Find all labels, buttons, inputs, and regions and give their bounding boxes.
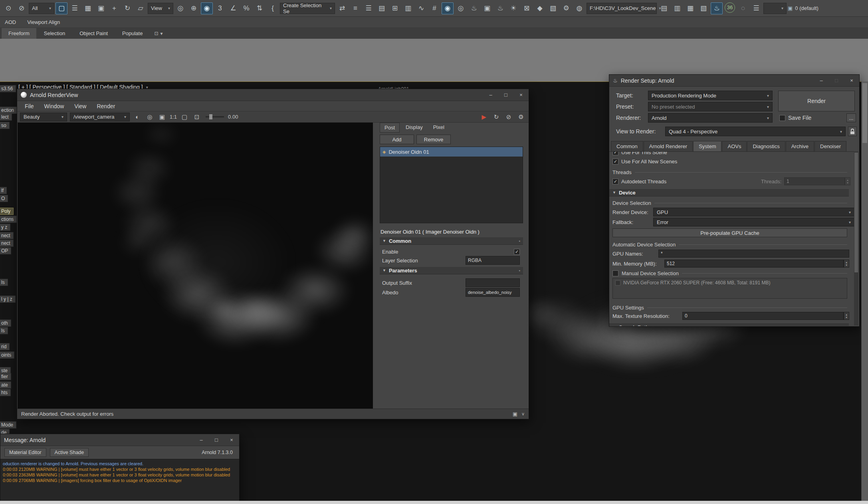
exposure-slider[interactable] (206, 116, 224, 117)
renderer-dropdown[interactable]: Arnold ▾ (648, 113, 773, 123)
aov-dropdown[interactable]: Beauty ▾ (20, 113, 67, 121)
gpu-names-input[interactable] (658, 250, 849, 258)
viewport-left-label[interactable]: s3.56 (0, 85, 16, 92)
spinner-snap-icon[interactable]: ⇅ (254, 2, 266, 14)
render-setup-icon[interactable]: ♨ (468, 2, 480, 14)
layer-manager-icon[interactable]: ▤ (376, 2, 388, 14)
viewport-left-label[interactable]: nect (0, 240, 14, 247)
renderview-panel-tab[interactable]: Display (401, 123, 427, 133)
pivot-icon[interactable]: ◆ (534, 2, 546, 14)
render-production-icon[interactable]: ♨ (494, 2, 506, 14)
ribbon-toggle-icon[interactable]: ▥ (402, 2, 414, 14)
refresh-render-icon[interactable]: ↻ (491, 113, 501, 121)
reference-coordinate-dropdown[interactable]: View ▾ (148, 3, 173, 14)
enable-checkbox[interactable]: ✓ (514, 249, 520, 255)
renderview-settings-icon[interactable]: ⚙ (516, 113, 526, 121)
render-setup-titlebar[interactable]: ♨ Render Setup: Arnold – □ × (609, 75, 859, 87)
scene-explorer-icon[interactable]: ⊞ (389, 2, 401, 14)
uv-editor-icon[interactable]: ▧ (547, 2, 559, 14)
rollout-menu-icon[interactable]: ▪ (519, 239, 520, 243)
viewport-left-label[interactable]: l y | z (0, 296, 16, 303)
menu-item[interactable]: View (69, 103, 91, 109)
schematic-view-icon[interactable]: # (428, 2, 440, 14)
viewport-left-label[interactable]: oth (0, 319, 11, 327)
layer-selection-input[interactable] (466, 256, 520, 265)
save-file-checkbox[interactable] (779, 115, 785, 121)
threads-spinner[interactable]: ▴ ▾ (845, 177, 850, 185)
gpu-device-item[interactable]: NVIDIA GeForce RTX 2060 SUPER (Free: 460… (615, 280, 844, 286)
render-setup-tab[interactable]: AOVs (722, 141, 747, 151)
viewport-left-label[interactable]: nect (0, 232, 14, 239)
minimize-button[interactable]: – (483, 89, 498, 101)
image-icon[interactable]: ▣ (513, 411, 517, 417)
max-texture-spinner[interactable]: ▴ ▾ (844, 312, 849, 320)
rollout-menu-icon[interactable]: ▪ (844, 325, 846, 326)
render-button[interactable]: Render (778, 91, 855, 111)
default-layer-indicator[interactable]: ▣ 0 (default) (788, 5, 818, 11)
quick-access-item[interactable]: Viewport Align (27, 19, 60, 25)
maximize-button[interactable]: □ (829, 75, 844, 86)
layer-add-icon[interactable]: ▥ (671, 2, 683, 14)
render-setup-tab[interactable]: Arnold Renderer (644, 141, 693, 151)
select-and-scale-icon[interactable]: ▱ (135, 2, 147, 14)
target-dropdown[interactable]: Production Rendering Mode ▾ (648, 91, 773, 100)
more-options-button[interactable]: ... (846, 113, 856, 122)
viewport-left-label[interactable]: hts (0, 389, 11, 396)
search-paths-rollout[interactable]: ► Search Paths ▪ (609, 323, 849, 326)
ribbon-tab[interactable]: Freeform (2, 28, 36, 39)
viewport-left-label[interactable]: Mode (0, 421, 16, 429)
named-selection-dropdown[interactable]: Create Selection Se ▾ (280, 3, 335, 14)
right-scrollbar[interactable] (861, 81, 868, 501)
use-for-this-scene-checkbox[interactable]: ✓ (612, 151, 618, 155)
light-lister-icon[interactable]: ☀ (507, 2, 519, 14)
selection-region-icon[interactable]: ▦ (82, 2, 94, 14)
select-and-move-icon[interactable]: + (108, 2, 120, 14)
render-device-dropdown[interactable]: GPU ▾ (653, 208, 854, 216)
use-for-all-new-scenes-checkbox[interactable]: ✓ (612, 159, 618, 165)
select-object-icon[interactable]: ▢ (55, 2, 67, 14)
viewport-left-label[interactable]: O (0, 195, 8, 202)
abort-render-icon[interactable]: ⊘ (504, 113, 513, 121)
curve-editor-icon[interactable]: ∿ (415, 2, 427, 14)
angle-snap-icon[interactable]: ∠ (227, 2, 239, 14)
close-button[interactable]: × (513, 89, 529, 101)
snaps-toggle-icon[interactable]: 3 (214, 2, 226, 14)
keyboard-override-icon[interactable]: { (267, 2, 279, 14)
renderview-panel-tab[interactable]: Post (380, 123, 400, 133)
layer-freeze-icon[interactable]: ▧ (698, 2, 709, 14)
preferences-icon[interactable]: ⚙ (560, 2, 572, 14)
ribbon-tab[interactable]: Populate (115, 28, 149, 39)
albedo-input[interactable] (466, 288, 520, 297)
select-and-manipulate-icon[interactable]: ◉ (201, 2, 213, 14)
parameters-rollout[interactable]: ▼ Parameters ▪ (380, 266, 523, 274)
gamma-icon[interactable]: ◐ (133, 113, 142, 120)
viewport-left-label[interactable]: oints (0, 351, 14, 359)
mini-dropdown[interactable]: ▾ (763, 3, 787, 14)
close-button[interactable]: × (844, 75, 859, 86)
minimize-button[interactable]: – (814, 75, 829, 86)
render-setup-scrollbar[interactable] (854, 151, 858, 325)
output-suffix-input[interactable] (466, 278, 520, 287)
viewport-left-label[interactable]: lect (0, 113, 12, 121)
renderview-panel-tab[interactable]: Pixel (429, 123, 449, 133)
select-and-link-icon[interactable]: ⊙ (2, 2, 14, 14)
scrollbar-thumb[interactable] (862, 83, 867, 143)
minimize-button[interactable]: – (194, 434, 209, 446)
select-and-place-icon[interactable]: ⊕ (188, 2, 200, 14)
isolate-selection-icon[interactable]: ⊠ (521, 2, 533, 14)
start-render-icon[interactable]: ▶ (479, 113, 489, 121)
material-browser-icon[interactable]: ◎ (455, 2, 467, 14)
gpu-device-checkbox[interactable] (615, 280, 620, 286)
render-setup-tab[interactable]: Diagnostics (747, 141, 785, 151)
maximize-button[interactable]: □ (498, 89, 513, 101)
ribbon-tab[interactable]: Selection (37, 28, 72, 39)
region-icon[interactable]: ▢ (180, 113, 189, 121)
min-memory-spinner[interactable]: ▴ ▾ (844, 260, 849, 268)
preset-dropdown[interactable]: No preset selected ▾ (648, 102, 773, 111)
render-setup-tab[interactable]: Denoiser (814, 141, 846, 151)
viewport-left-label[interactable]: y z (0, 224, 10, 231)
message-source-button[interactable]: Active Shade (50, 448, 89, 457)
arnold-render-icon[interactable]: ♨ (711, 2, 723, 14)
viewport-left-label[interactable]: Poly (0, 208, 14, 215)
remove-imager-button[interactable]: Remove (416, 135, 451, 144)
